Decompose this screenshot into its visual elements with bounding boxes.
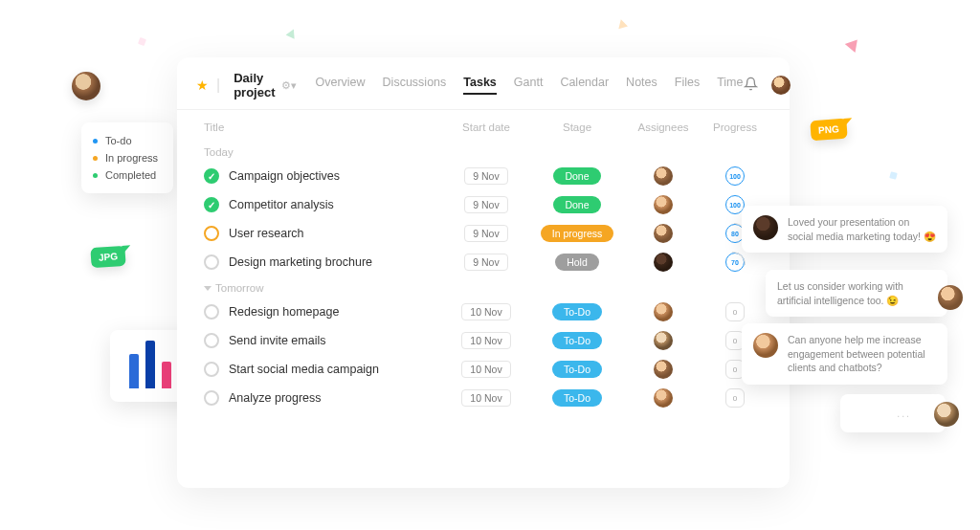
avatar[interactable]: [654, 302, 673, 321]
comment-bubble: ...: [840, 394, 946, 432]
checkbox-open-icon[interactable]: [204, 254, 219, 270]
date-pill[interactable]: 10 Nov: [461, 303, 510, 320]
progress-ring: 100: [725, 166, 745, 186]
gear-icon[interactable]: ⚙▾: [281, 79, 297, 92]
legend-item: In progress: [93, 149, 158, 166]
stage-badge[interactable]: To-Do: [552, 303, 602, 320]
avatar[interactable]: [654, 331, 673, 350]
chart-bar: [145, 341, 155, 388]
date-pill[interactable]: 9 Nov: [464, 196, 507, 213]
column-headers: Title Start date Stage Assignees Progres…: [177, 110, 790, 141]
date-pill[interactable]: 9 Nov: [464, 254, 507, 271]
avatar[interactable]: [654, 166, 673, 186]
avatar: [938, 285, 963, 310]
dot-icon: [93, 173, 98, 178]
avatar[interactable]: [771, 76, 791, 95]
task-title[interactable]: Competitor analysis: [229, 198, 443, 211]
tab-time[interactable]: Time: [717, 76, 743, 95]
chevron-down-icon: [204, 286, 212, 291]
comment-bubble: Loved your presentation on social media …: [742, 206, 947, 253]
avatar: [72, 72, 100, 100]
avatar[interactable]: [654, 253, 673, 272]
stage-badge[interactable]: To-Do: [552, 332, 602, 349]
checkbox-open-icon[interactable]: [204, 304, 219, 320]
divider: |: [216, 77, 220, 94]
date-pill[interactable]: 10 Nov: [461, 389, 510, 407]
progress-ring: 70: [725, 253, 745, 272]
progress-zero: 0: [725, 388, 745, 408]
comment-bubble: Let us consider working with artificial …: [766, 270, 947, 317]
chart-bar: [129, 354, 139, 388]
confetti-triangle: [616, 18, 628, 29]
confetti-triangle: [286, 27, 299, 38]
task-row[interactable]: Send invite emails 10 Nov To-Do 0: [177, 326, 790, 355]
task-title[interactable]: Analyze progress: [229, 391, 443, 405]
task-title[interactable]: Start social media campaign: [229, 363, 443, 376]
task-title[interactable]: Campaign objectives: [229, 169, 443, 183]
tab-overview[interactable]: Overview: [316, 76, 366, 95]
stage-badge[interactable]: Hold: [555, 254, 599, 271]
stage-badge[interactable]: In progress: [541, 225, 614, 242]
checkbox-open-icon[interactable]: [204, 390, 219, 406]
dot-icon: [93, 139, 98, 144]
stage-badge[interactable]: Done: [553, 196, 600, 213]
project-title[interactable]: Daily project: [234, 71, 275, 99]
star-icon[interactable]: ★: [196, 77, 209, 93]
col-stage[interactable]: Stage: [529, 121, 625, 133]
checkbox-open-icon[interactable]: [204, 333, 219, 348]
task-title[interactable]: Design marketing brochure: [229, 255, 443, 269]
col-start-date[interactable]: Start date: [443, 121, 529, 133]
legend-item: To-do: [93, 132, 158, 149]
confetti-square: [889, 171, 898, 180]
typing-indicator-icon: ...: [897, 407, 911, 421]
task-row[interactable]: Start social media campaign 10 Nov To-Do…: [177, 355, 790, 384]
confetti-triangle: [845, 35, 862, 53]
bell-icon[interactable]: [744, 77, 758, 94]
tab-calendar[interactable]: Calendar: [560, 76, 609, 95]
date-pill[interactable]: 10 Nov: [461, 332, 510, 349]
tab-discussions[interactable]: Discussions: [383, 76, 447, 95]
date-pill[interactable]: 9 Nov: [464, 167, 507, 185]
legend-label: To-do: [105, 135, 132, 146]
checkbox-done-icon[interactable]: [204, 168, 219, 184]
tab-notes[interactable]: Notes: [626, 76, 657, 95]
task-row[interactable]: User research 9 Nov In progress 80: [177, 219, 790, 248]
col-progress[interactable]: Progress: [702, 121, 768, 133]
app-window: ★ | Daily project ⚙▾ Overview Discussion…: [177, 57, 790, 488]
task-row[interactable]: Design marketing brochure 9 Nov Hold 70: [177, 248, 790, 276]
checkbox-progress-icon[interactable]: [204, 226, 219, 241]
group-label-tomorrow[interactable]: Tomorrow: [177, 276, 790, 298]
task-row[interactable]: Analyze progress 10 Nov To-Do 0: [177, 384, 790, 412]
legend-item: Completed: [93, 166, 158, 184]
progress-zero: 0: [725, 302, 745, 321]
legend-card: To-do In progress Completed: [81, 122, 173, 193]
stage-badge[interactable]: To-Do: [552, 389, 602, 407]
tab-gantt[interactable]: Gantt: [514, 76, 544, 95]
date-pill[interactable]: 9 Nov: [464, 225, 507, 242]
task-title[interactable]: Redesign homepage: [229, 305, 443, 319]
tab-files[interactable]: Files: [675, 76, 700, 95]
group-label-today[interactable]: Today: [177, 141, 790, 162]
col-title[interactable]: Title: [204, 121, 443, 133]
tab-tasks[interactable]: Tasks: [463, 76, 497, 95]
task-row[interactable]: Competitor analysis 9 Nov Done 100: [177, 190, 790, 219]
avatar[interactable]: [654, 360, 673, 379]
task-row[interactable]: Campaign objectives 9 Nov Done 100: [177, 162, 790, 190]
col-assignees[interactable]: Assignees: [625, 121, 702, 133]
stage-badge[interactable]: To-Do: [552, 361, 602, 378]
avatar[interactable]: [654, 195, 673, 214]
checkbox-open-icon[interactable]: [204, 362, 219, 377]
task-title[interactable]: Send invite emails: [229, 334, 443, 347]
dot-icon: [93, 156, 98, 161]
comment-bubble: Can anyone help me increase engagement b…: [742, 323, 947, 385]
stage-badge[interactable]: Done: [553, 167, 600, 185]
date-pill[interactable]: 10 Nov: [461, 361, 510, 378]
header: ★ | Daily project ⚙▾ Overview Discussion…: [177, 57, 790, 110]
task-title[interactable]: User research: [229, 227, 443, 240]
file-tag-jpg: JPG: [90, 246, 125, 268]
task-row[interactable]: Redesign homepage 10 Nov To-Do 0: [177, 298, 790, 326]
file-tag-png: PNG: [810, 119, 847, 142]
avatar[interactable]: [654, 388, 673, 408]
checkbox-done-icon[interactable]: [204, 197, 219, 212]
avatar[interactable]: [654, 224, 673, 243]
